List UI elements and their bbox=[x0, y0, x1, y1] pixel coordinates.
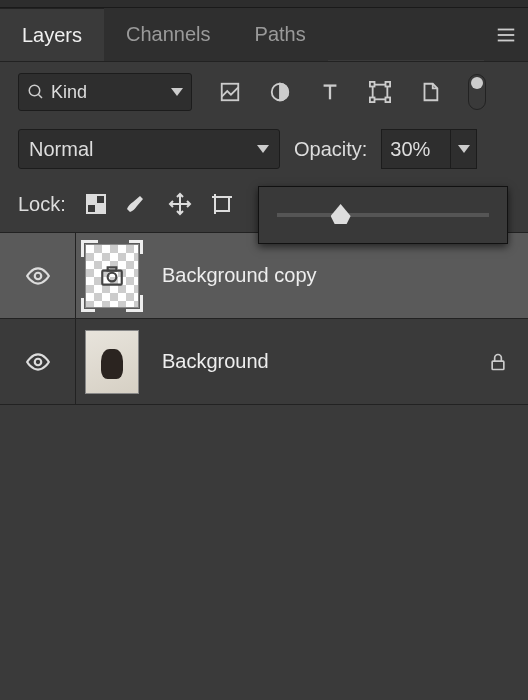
tabs-spacer bbox=[328, 8, 484, 61]
panel-tabs: Layers Channels Paths bbox=[0, 8, 528, 62]
svg-rect-29 bbox=[492, 361, 504, 369]
opacity-slider-thumb[interactable] bbox=[331, 204, 351, 224]
svg-rect-27 bbox=[108, 267, 117, 270]
opacity-slider-track[interactable] bbox=[277, 213, 489, 217]
eye-icon bbox=[25, 349, 51, 375]
layer-thumbnail-cell bbox=[76, 330, 148, 394]
svg-rect-15 bbox=[87, 195, 96, 204]
panel-menu-button[interactable] bbox=[484, 8, 528, 61]
opacity-value-input[interactable]: 30% bbox=[381, 129, 451, 169]
lock-pixels-brush-icon[interactable] bbox=[126, 192, 150, 216]
layer-name[interactable]: Background bbox=[148, 350, 468, 373]
filter-pixel-icon[interactable] bbox=[218, 80, 242, 104]
filter-type-label: Kind bbox=[51, 82, 87, 103]
layer-row[interactable]: Background bbox=[0, 319, 528, 405]
blend-mode-value: Normal bbox=[29, 138, 93, 161]
camera-icon bbox=[99, 263, 125, 289]
layer-visibility-toggle[interactable] bbox=[0, 319, 76, 404]
chevron-down-icon bbox=[458, 145, 470, 153]
filter-type-dropdown[interactable]: Kind bbox=[18, 73, 192, 111]
svg-rect-5 bbox=[222, 84, 239, 101]
panel-top-edge bbox=[0, 0, 528, 8]
svg-point-3 bbox=[29, 85, 40, 96]
svg-point-28 bbox=[34, 358, 41, 365]
tab-paths[interactable]: Paths bbox=[233, 8, 328, 61]
svg-rect-10 bbox=[370, 82, 375, 87]
lock-label: Lock: bbox=[18, 193, 66, 216]
filter-type-text-icon[interactable] bbox=[318, 80, 342, 104]
filter-toggle[interactable] bbox=[468, 74, 486, 110]
svg-rect-13 bbox=[386, 98, 391, 103]
svg-line-4 bbox=[38, 94, 42, 98]
opacity-control: 30% bbox=[381, 129, 477, 169]
tab-channels[interactable]: Channels bbox=[104, 8, 233, 61]
filter-shape-icon[interactable] bbox=[368, 80, 392, 104]
opacity-label: Opacity: bbox=[294, 138, 367, 161]
svg-point-26 bbox=[108, 272, 117, 281]
lock-transparency-icon[interactable] bbox=[84, 192, 108, 216]
filter-toolbar: Kind bbox=[0, 62, 528, 122]
opacity-dropdown-button[interactable] bbox=[451, 129, 477, 169]
svg-point-24 bbox=[34, 272, 41, 279]
lock-icon bbox=[488, 352, 508, 372]
layer-thumbnail[interactable] bbox=[85, 244, 139, 308]
layer-thumbnail-cell bbox=[76, 240, 148, 312]
filter-smartobject-icon[interactable] bbox=[418, 80, 442, 104]
opacity-slider-popup bbox=[258, 186, 508, 244]
layers-panel: Layers Channels Paths Kind bbox=[0, 0, 528, 700]
layer-row[interactable]: Background copy bbox=[0, 233, 528, 319]
search-icon bbox=[27, 83, 45, 101]
layers-list: Background copy Background bbox=[0, 232, 528, 405]
layer-visibility-toggle[interactable] bbox=[0, 233, 76, 318]
lock-artboard-icon[interactable] bbox=[210, 192, 234, 216]
svg-rect-16 bbox=[96, 204, 105, 213]
chevron-down-icon bbox=[257, 145, 269, 153]
filter-adjustment-icon[interactable] bbox=[268, 80, 292, 104]
svg-rect-19 bbox=[215, 197, 229, 211]
lock-position-move-icon[interactable] bbox=[168, 192, 192, 216]
layer-name[interactable]: Background copy bbox=[148, 264, 468, 287]
blend-mode-dropdown[interactable]: Normal bbox=[18, 129, 280, 169]
tab-layers[interactable]: Layers bbox=[0, 8, 104, 61]
blend-opacity-row: Normal Opacity: 30% bbox=[0, 122, 528, 176]
svg-rect-12 bbox=[370, 98, 375, 103]
layer-lock-indicator[interactable] bbox=[468, 352, 528, 372]
layer-thumbnail[interactable] bbox=[85, 330, 139, 394]
chevron-down-icon bbox=[171, 88, 183, 96]
svg-rect-11 bbox=[386, 82, 391, 87]
eye-icon bbox=[25, 263, 51, 289]
